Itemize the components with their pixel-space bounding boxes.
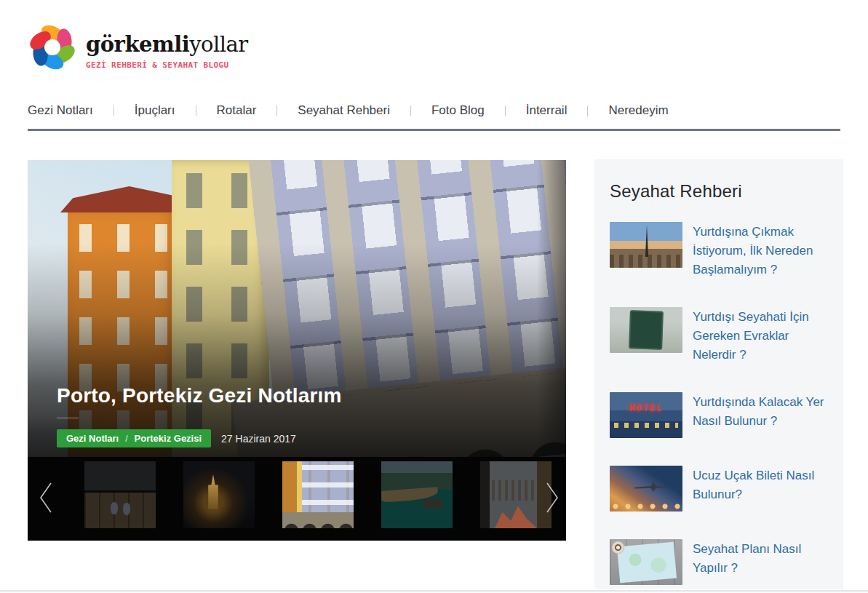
footer-divider xyxy=(0,590,868,593)
slide-thumb-city-rooftops-view[interactable] xyxy=(480,461,552,528)
nav-item-interrail[interactable]: İnterrail xyxy=(526,103,568,118)
turkish-passport-thumbnail[interactable] xyxy=(610,307,682,353)
airplane-at-dusk-thumbnail[interactable] xyxy=(610,466,682,512)
travel-map-planning-thumbnail[interactable] xyxy=(610,539,682,585)
sidebar-title: Seyahat Rehberi xyxy=(610,181,829,202)
guide-link[interactable]: Ucuz Uçak Bileti Nasıl Bulunur? xyxy=(693,466,829,512)
guide-link[interactable]: Yurtdışında Kalacak Yer Nasıl Bulunur ? xyxy=(693,392,829,438)
main-nav: Gezi Notları İpuçları Rotalar Seyahat Re… xyxy=(28,103,840,131)
guide-link[interactable]: Yurtdışına Çıkmak İstiyorum, İlk Nereden… xyxy=(693,222,829,279)
nav-item-gezi-notlari[interactable]: Gezi Notları xyxy=(28,103,93,118)
slide-thumb-porto-street-facades-active[interactable] xyxy=(282,461,354,528)
nav-separator xyxy=(276,106,277,116)
guide-item: Yurtdışına Çıkmak İstiyorum, İlk Nereden… xyxy=(610,222,829,279)
guide-item: Ucuz Uçak Bileti Nasıl Bulunur? xyxy=(610,466,829,512)
slide-thumb-feet-on-wooden-pier[interactable] xyxy=(84,461,156,528)
nav-item-foto-blog[interactable]: Foto Blog xyxy=(431,103,485,118)
category-link-gezi-notlari[interactable]: Gezi Notları xyxy=(66,433,119,444)
guide-link[interactable]: Seyahat Planı Nasıl Yapılır ? xyxy=(693,539,829,585)
town-square-dusk-thumbnail[interactable] xyxy=(610,222,682,268)
prev-slide-button[interactable] xyxy=(36,479,55,517)
porto-arches-graphic xyxy=(282,512,354,528)
guide-link[interactable]: Yurtdışı Seyahati İçin Gereken Evraklar … xyxy=(693,307,829,365)
hero-post-title[interactable]: Porto, Portekiz Gezi Notlarım xyxy=(57,384,342,418)
nav-separator xyxy=(505,106,506,116)
guide-item: Seyahat Planı Nasıl Yapılır ? xyxy=(610,539,829,585)
rooftop-texture-graphic xyxy=(492,480,538,501)
post-date: 27 Haziran 2017 xyxy=(221,433,296,445)
nav-item-seyahat-rehberi[interactable]: Seyahat Rehberi xyxy=(298,103,390,118)
motel-neon-sign-thumbnail[interactable]: MOTEL xyxy=(610,392,682,438)
chevron-left-icon xyxy=(36,479,55,517)
slide-thumb-city-at-night[interactable] xyxy=(183,461,255,528)
page: görkemliyollar GEZİ REHBERİ & SEYAHAT BL… xyxy=(0,0,868,593)
hero-meta: Gezi Notları / Portekiz Gezisi 27 Hazira… xyxy=(57,429,296,447)
site-logo[interactable]: görkemliyollar GEZİ REHBERİ & SEYAHAT BL… xyxy=(28,20,248,74)
motel-sign-text: MOTEL xyxy=(610,403,682,413)
nav-separator xyxy=(114,106,114,116)
chevron-right-icon xyxy=(543,479,562,517)
nav-item-rotalar[interactable]: Rotalar xyxy=(217,103,257,118)
pier-planks-graphic xyxy=(84,493,156,528)
coast-fort-graphic xyxy=(423,499,442,508)
brand-name-light: yollar xyxy=(189,32,248,57)
brand-tagline: GEZİ REHBERİ & SEYAHAT BLOGU xyxy=(86,60,248,70)
next-slide-button[interactable] xyxy=(543,479,562,517)
brand-name-bold: görkemli xyxy=(86,32,189,57)
nav-item-neredeyim[interactable]: Neredeyim xyxy=(608,103,668,118)
category-separator: / xyxy=(125,434,127,444)
hero-slider: Porto, Portekiz Gezi Notlarım Gezi Notla… xyxy=(28,160,566,541)
logo-flower-icon xyxy=(28,20,77,74)
guide-item: Yurtdışı Seyahati İçin Gereken Evraklar … xyxy=(610,307,829,365)
nav-separator xyxy=(587,106,588,116)
category-link-portekiz-gezisi[interactable]: Portekiz Gezisi xyxy=(135,433,202,444)
nav-item-ipuclari[interactable]: İpuçları xyxy=(135,103,175,118)
guide-item: MOTEL Yurtdışında Kalacak Yer Nasıl Bulu… xyxy=(610,392,829,438)
category-badge: Gezi Notları / Portekiz Gezisi xyxy=(57,429,211,447)
brand-name: görkemliyollar xyxy=(86,32,248,57)
slide-thumb-coastal-town-aerial[interactable] xyxy=(381,461,453,528)
nav-separator xyxy=(410,106,411,116)
slider-thumbnail-strip xyxy=(28,457,566,541)
nav-separator xyxy=(196,106,196,116)
sidebar-seyahat-rehberi: Seyahat Rehberi Yurtdışına Çıkmak İstiyo… xyxy=(594,159,843,589)
hero-image-porto: Porto, Portekiz Gezi Notlarım Gezi Notla… xyxy=(28,160,566,457)
